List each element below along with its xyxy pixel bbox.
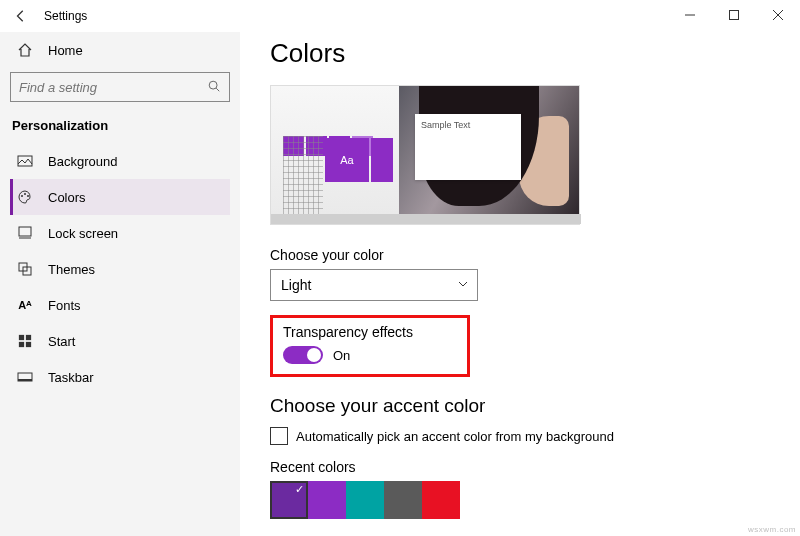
transparency-label: Transparency effects [283,324,457,340]
sidebar-item-label: Themes [48,262,95,277]
sidebar-item-taskbar[interactable]: Taskbar [10,359,230,395]
color-swatch[interactable] [270,481,308,519]
preview-sample-text: Sample Text [421,120,470,130]
sidebar-item-label: Taskbar [48,370,94,385]
svg-rect-1 [730,11,739,20]
sidebar-category: Personalization [12,118,230,133]
sidebar-item-background[interactable]: Background [10,143,230,179]
color-swatch[interactable] [422,481,460,519]
svg-rect-12 [19,335,24,340]
transparency-toggle[interactable] [283,346,323,364]
fonts-icon: AA [16,299,34,311]
svg-point-2 [209,81,217,89]
search-icon [207,79,221,96]
search-input[interactable] [19,80,207,95]
highlight-box: Transparency effects On [270,315,470,377]
palette-icon [16,189,34,205]
auto-accent-checkbox[interactable] [270,427,288,445]
color-swatch[interactable] [346,481,384,519]
minimize-button[interactable] [668,0,712,30]
recent-colors-label: Recent colors [270,459,800,475]
sidebar-home[interactable]: Home [10,32,230,68]
choose-color-value: Light [281,277,311,293]
lockscreen-icon [16,225,34,241]
taskbar-icon [16,369,34,385]
sidebar: Home Personalization Background Colors L… [0,32,240,536]
sidebar-item-themes[interactable]: Themes [10,251,230,287]
sidebar-home-label: Home [48,43,83,58]
preview-pane: Aa Sample Text [270,85,580,225]
themes-icon [16,261,34,277]
sidebar-item-label: Background [48,154,117,169]
watermark: wsxwm.com [748,525,796,534]
svg-rect-15 [26,342,31,347]
recent-colors-row [270,481,800,519]
accent-heading: Choose your accent color [270,395,800,417]
sidebar-item-label: Fonts [48,298,81,313]
preview-taskbar [271,214,581,224]
search-box[interactable] [10,72,230,102]
preview-tile-text: Aa [325,138,369,182]
choose-color-label: Choose your color [270,247,800,263]
svg-rect-14 [19,342,24,347]
svg-point-5 [21,195,23,197]
picture-icon [16,153,34,169]
sidebar-item-label: Start [48,334,75,349]
svg-rect-17 [18,379,32,381]
svg-rect-8 [19,227,31,236]
choose-color-select[interactable]: Light [270,269,478,301]
main-content: Colors Aa Sample Text Choose your color … [240,32,800,536]
sidebar-item-start[interactable]: Start [10,323,230,359]
back-button[interactable] [8,0,34,32]
svg-line-3 [216,88,219,91]
auto-accent-label: Automatically pick an accent color from … [296,429,614,444]
color-swatch[interactable] [384,481,422,519]
sidebar-item-fonts[interactable]: AA Fonts [10,287,230,323]
chevron-down-icon [457,277,469,293]
window-title: Settings [44,9,87,23]
sidebar-item-colors[interactable]: Colors [10,179,230,215]
home-icon [16,42,34,58]
close-button[interactable] [756,0,800,30]
preview-window: Sample Text [415,114,521,180]
svg-point-7 [27,195,29,197]
sidebar-item-label: Colors [48,190,86,205]
svg-rect-13 [26,335,31,340]
page-title: Colors [270,38,800,69]
transparency-state: On [333,348,350,363]
color-swatch[interactable] [308,481,346,519]
sidebar-item-lockscreen[interactable]: Lock screen [10,215,230,251]
preview-start-tiles: Aa [283,136,403,214]
start-icon [16,334,34,348]
sidebar-item-label: Lock screen [48,226,118,241]
maximize-button[interactable] [712,0,756,30]
svg-point-6 [24,193,26,195]
